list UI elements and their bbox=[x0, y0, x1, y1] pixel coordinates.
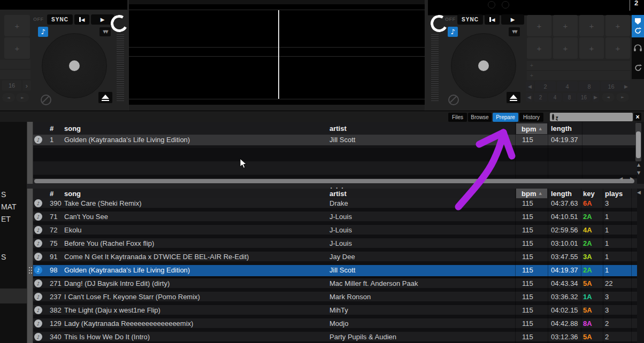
table-row[interactable]: 237 I Can't Lose Ft. Keyone Starr (Pomo … bbox=[33, 292, 637, 305]
tab-history[interactable]: History bbox=[519, 113, 543, 122]
slip-mode-icon[interactable] bbox=[448, 95, 459, 105]
table-row[interactable]: 129 Lady (Kaytranada Reeeeeeeeeeeeeemix)… bbox=[33, 318, 637, 332]
search-box[interactable]: ▼ bbox=[550, 113, 633, 121]
search-clear-button[interactable] bbox=[634, 113, 641, 121]
column-header-plays[interactable]: plays bbox=[605, 190, 623, 198]
cue-pad-empty[interactable] bbox=[4, 15, 30, 36]
sync-button[interactable]: SYNC bbox=[47, 14, 73, 25]
panel-divider[interactable] bbox=[27, 184, 644, 189]
column-options-icon[interactable]: ◀ bbox=[637, 190, 641, 195]
loop-prev-button[interactable]: ◀ bbox=[526, 81, 534, 91]
crate-item[interactable]: MAT bbox=[1, 202, 17, 211]
cue-pad-empty[interactable] bbox=[527, 15, 551, 36]
platter-view-dropdown-icon[interactable] bbox=[509, 27, 520, 36]
scroll-down-icon[interactable]: ▼ bbox=[637, 170, 640, 175]
sync-off-label[interactable]: OFF bbox=[33, 17, 44, 22]
column-header-song[interactable]: song bbox=[64, 190, 81, 198]
cue-pad-empty[interactable] bbox=[553, 15, 578, 36]
loop-prev-button[interactable]: ◀ bbox=[526, 93, 533, 102]
column-header-song[interactable]: song bbox=[64, 124, 81, 132]
loop-size-button[interactable]: 16 bbox=[577, 93, 591, 102]
column-header-artist[interactable]: artist bbox=[329, 124, 347, 132]
cue-pad-empty[interactable] bbox=[553, 37, 578, 59]
sync-button[interactable]: SYNC bbox=[457, 14, 483, 25]
sidebar-scrollbar[interactable] bbox=[27, 122, 33, 343]
prepare-vertical-scrollbar[interactable] bbox=[635, 123, 641, 161]
scroll-up-icon[interactable]: ▲ bbox=[637, 162, 640, 167]
loop-size-next-button[interactable] bbox=[22, 80, 31, 91]
cue-pad-empty[interactable] bbox=[4, 37, 30, 59]
table-row[interactable]: 271 Dang! (DJ Baysik Intro Edit) (dirty)… bbox=[33, 278, 637, 292]
scrollbar-thumb[interactable] bbox=[636, 131, 641, 158]
loop-shift-right-button[interactable] bbox=[16, 93, 29, 102]
keylock-note-icon[interactable] bbox=[448, 27, 458, 37]
cue-pad-empty[interactable] bbox=[579, 37, 604, 59]
jog-wheel[interactable] bbox=[42, 33, 107, 98]
table-row[interactable]: 382 The Light (Daju x west1ne Flip) MihT… bbox=[33, 305, 637, 318]
slip-mode-icon[interactable] bbox=[41, 95, 51, 105]
headphones-icon[interactable] bbox=[633, 44, 642, 52]
tab-prepare[interactable]: Prepare bbox=[493, 113, 518, 122]
loop-size-button[interactable]: 8 bbox=[563, 93, 576, 102]
loop-size-button[interactable]: 16 bbox=[601, 81, 622, 91]
loop-next-button[interactable]: ▶ bbox=[622, 81, 630, 91]
table-row[interactable]: 91 Come N Get It Kaytranada x DTWICE DE … bbox=[33, 252, 637, 265]
column-header-length[interactable]: length bbox=[551, 190, 572, 198]
loop-size-button[interactable]: 2 bbox=[535, 81, 556, 91]
sync-off-label[interactable]: OFF bbox=[445, 17, 456, 22]
prepare-horizontal-scrollbar[interactable] bbox=[33, 178, 637, 184]
crate-item[interactable]: S bbox=[1, 253, 6, 261]
search-input[interactable] bbox=[558, 112, 637, 122]
jog-wheel[interactable] bbox=[451, 33, 516, 98]
column-header-bpm-sorted[interactable]: bpm ▲ bbox=[516, 189, 547, 198]
loop-size-button[interactable]: 2 bbox=[534, 93, 547, 102]
crate-item[interactable]: ET bbox=[1, 215, 11, 223]
cue-pad-empty[interactable] bbox=[605, 37, 630, 59]
tag-tools-active-box[interactable] bbox=[632, 15, 644, 37]
tab-files[interactable]: Files bbox=[448, 113, 467, 122]
platter-view-dropdown-icon[interactable] bbox=[99, 27, 111, 36]
eject-button[interactable] bbox=[98, 92, 112, 103]
loop-shift-left-button[interactable] bbox=[2, 93, 15, 102]
loop-slot[interactable] bbox=[527, 71, 630, 80]
table-row[interactable]: 340 This Is How We Do It (Intro) Party P… bbox=[33, 332, 637, 343]
column-header-bpm-sorted[interactable]: bpm ▲ bbox=[516, 123, 547, 134]
cue-pad-empty[interactable] bbox=[527, 37, 551, 59]
sync-refresh-icon[interactable] bbox=[634, 64, 642, 72]
loop-size-display[interactable]: 16 bbox=[2, 80, 21, 91]
prepare-track-row[interactable]: 1 Golden (Kaytranada's Life Living Editi… bbox=[33, 135, 637, 148]
loop-shift-left-button[interactable] bbox=[602, 93, 615, 102]
crate-item[interactable]: S bbox=[1, 190, 6, 199]
pitch-slider[interactable] bbox=[431, 34, 439, 102]
column-header-length[interactable]: length bbox=[551, 124, 572, 132]
column-header-key[interactable]: key bbox=[583, 190, 595, 198]
scroll-right-icon[interactable]: ▶ bbox=[630, 176, 633, 181]
table-row[interactable]: 72 Ekolu J-Louis 115 02:59.56 4A 1 bbox=[33, 225, 637, 238]
table-row[interactable]: 71 Can't You See J-Louis 115 04:10.51 2A… bbox=[33, 212, 637, 225]
scroll-left-icon[interactable]: ◀ bbox=[619, 176, 623, 181]
loop-slot[interactable] bbox=[527, 61, 630, 70]
table-row[interactable]: 390 Take Care (Sheki Remix) Drake 115 04… bbox=[33, 198, 637, 212]
loop-slot[interactable] bbox=[0, 70, 30, 79]
cue-pad-empty[interactable] bbox=[579, 15, 604, 36]
skip-to-start-button[interactable] bbox=[485, 14, 500, 25]
loop-shift-right-button[interactable] bbox=[616, 93, 629, 102]
keylock-note-icon[interactable] bbox=[38, 27, 48, 37]
column-header-num[interactable]: # bbox=[50, 190, 53, 198]
column-header-artist[interactable]: artist bbox=[329, 190, 347, 198]
eject-button[interactable] bbox=[507, 92, 520, 103]
scrollbar-thumb[interactable] bbox=[34, 179, 634, 183]
column-header-num[interactable]: # bbox=[50, 124, 53, 132]
cue-pad-empty[interactable] bbox=[605, 15, 630, 36]
skip-to-start-button[interactable] bbox=[74, 14, 89, 25]
pitch-slider[interactable] bbox=[117, 34, 124, 102]
row-drag-handle-icon[interactable] bbox=[29, 267, 33, 275]
loop-next-button[interactable]: ▶ bbox=[592, 93, 599, 102]
tab-browse[interactable]: Browse bbox=[468, 113, 492, 122]
loop-size-button[interactable]: 4 bbox=[548, 93, 562, 102]
table-row[interactable]: 75 Before You (Rachel Foxx flip) J-Louis… bbox=[33, 238, 637, 252]
play-button[interactable] bbox=[501, 14, 524, 25]
loop-size-button[interactable]: 8 bbox=[579, 81, 600, 91]
loop-size-button[interactable]: 4 bbox=[557, 81, 578, 91]
loop-slot[interactable] bbox=[0, 60, 30, 69]
